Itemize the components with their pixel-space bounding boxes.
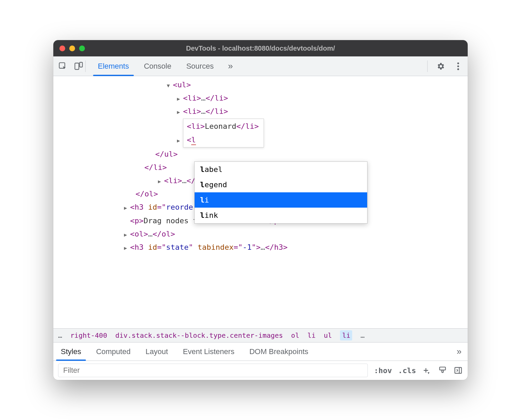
svg-rect-1 bbox=[75, 63, 79, 69]
inspect-element-icon[interactable] bbox=[58, 62, 68, 71]
expand-arrow-icon[interactable] bbox=[124, 204, 130, 213]
devtools-window: DevTools - localhost:8080/docs/devtools/… bbox=[53, 40, 468, 380]
svg-rect-2 bbox=[80, 62, 83, 67]
paint-brush-icon[interactable] bbox=[438, 366, 447, 375]
expand-arrow-icon[interactable] bbox=[177, 94, 183, 104]
toolbar-separator bbox=[85, 60, 86, 72]
expand-arrow-icon[interactable] bbox=[158, 177, 164, 186]
expand-arrow-icon[interactable] bbox=[124, 230, 130, 240]
maximize-window-button[interactable] bbox=[79, 46, 85, 51]
breadcrumb-overflow-right[interactable]: … bbox=[360, 331, 364, 339]
svg-point-4 bbox=[457, 65, 459, 67]
tab-computed[interactable]: Computed bbox=[89, 343, 138, 361]
minimize-window-button[interactable] bbox=[69, 46, 75, 51]
autocomplete-item-li[interactable]: li bbox=[195, 192, 367, 208]
tab-styles[interactable]: Styles bbox=[53, 343, 89, 361]
device-toolbar-icon[interactable] bbox=[74, 62, 83, 71]
tag-ul-close: ul bbox=[164, 150, 174, 158]
close-window-button[interactable] bbox=[59, 46, 65, 51]
breadcrumb-li-selected[interactable]: li bbox=[340, 330, 352, 340]
panel-tabs: Elements Console Sources bbox=[90, 56, 221, 76]
dom-breadcrumb[interactable]: … right-400 div.stack.stack--block.type.… bbox=[53, 328, 468, 343]
breadcrumb-ol[interactable]: ol bbox=[291, 331, 299, 339]
dom-tree[interactable]: <ul> <li>…</li> <li>…</li> <li>Leonard</… bbox=[53, 76, 468, 328]
styles-filter-row: :hov .cls ▾ bbox=[53, 361, 468, 380]
expand-arrow-icon[interactable] bbox=[177, 136, 183, 145]
svg-point-5 bbox=[457, 68, 459, 70]
tag-ul: ul bbox=[177, 81, 186, 89]
svg-rect-6 bbox=[439, 367, 445, 370]
computed-styles-sidebar-icon[interactable] bbox=[453, 366, 463, 375]
breadcrumb-li[interactable]: li bbox=[307, 331, 316, 339]
more-tabs-icon[interactable]: » bbox=[221, 61, 239, 71]
tag-li: li bbox=[187, 94, 197, 102]
svg-point-3 bbox=[457, 62, 459, 64]
settings-gear-icon[interactable] bbox=[436, 62, 445, 71]
tag-ol-close: ol bbox=[145, 190, 154, 198]
breadcrumb-div[interactable]: div.stack.stack--block.type.center-image… bbox=[115, 331, 283, 339]
tab-layout[interactable]: Layout bbox=[138, 343, 175, 361]
breadcrumb-ul[interactable]: ul bbox=[324, 331, 332, 339]
tab-event-listeners[interactable]: Event Listeners bbox=[176, 343, 242, 361]
tab-elements[interactable]: Elements bbox=[90, 56, 137, 76]
breadcrumb-overflow-left[interactable]: … bbox=[58, 331, 62, 339]
kebab-menu-icon[interactable] bbox=[453, 62, 463, 71]
styles-filter-input[interactable] bbox=[58, 364, 368, 377]
svg-rect-7 bbox=[455, 367, 462, 373]
titlebar: DevTools - localhost:8080/docs/devtools/… bbox=[53, 40, 468, 56]
main-toolbar: Elements Console Sources » bbox=[53, 56, 468, 76]
new-style-rule-icon[interactable]: ▾ bbox=[422, 366, 432, 375]
autocomplete-item-label[interactable]: label bbox=[195, 162, 367, 177]
typed-text: l bbox=[191, 136, 196, 145]
autocomplete-item-legend[interactable]: legend bbox=[195, 177, 367, 192]
autocomplete-popup: label legend li link bbox=[194, 161, 367, 224]
expand-arrow-icon[interactable] bbox=[167, 81, 173, 90]
tag-li: li bbox=[168, 176, 178, 185]
tab-dom-breakpoints[interactable]: DOM Breakpoints bbox=[242, 343, 316, 361]
window-title: DevTools - localhost:8080/docs/devtools/… bbox=[53, 45, 468, 52]
expand-arrow-icon[interactable] bbox=[124, 244, 130, 253]
tag-li-close: li bbox=[154, 163, 163, 172]
tag-li: li bbox=[187, 107, 197, 116]
more-styles-tabs-icon[interactable]: » bbox=[451, 346, 468, 357]
hov-toggle-button[interactable]: :hov bbox=[374, 366, 392, 375]
cls-toggle-button[interactable]: .cls bbox=[398, 366, 416, 375]
autocomplete-item-link[interactable]: link bbox=[195, 208, 367, 223]
expand-arrow-icon[interactable] bbox=[177, 108, 183, 117]
tab-console[interactable]: Console bbox=[137, 56, 179, 76]
tab-sources[interactable]: Sources bbox=[179, 56, 221, 76]
styles-pane-tabs: Styles Computed Layout Event Listeners D… bbox=[53, 343, 468, 361]
html-edit-box[interactable]: <li>Leonard</li> <l bbox=[183, 119, 264, 147]
toolbar-separator-right bbox=[427, 60, 428, 72]
traffic-lights bbox=[59, 46, 85, 51]
breadcrumb-truncated[interactable]: right-400 bbox=[70, 331, 107, 339]
